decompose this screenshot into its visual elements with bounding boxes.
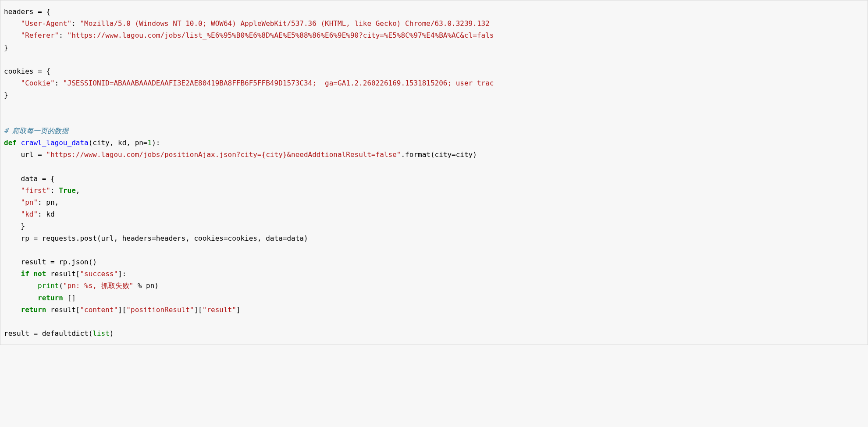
function-name-crawl-lagou-data: crawl_lagou_data	[17, 139, 89, 147]
builtin-print: print	[38, 281, 59, 290]
equals: =	[38, 150, 46, 159]
keyword-return: return	[38, 294, 63, 302]
dict-key-first: "first"	[21, 186, 50, 195]
brace-close: }	[4, 43, 8, 52]
string-url-template: "https://www.lagou.com/jobs/positionAjax…	[46, 150, 401, 159]
identifier-cookies: cookies	[4, 67, 33, 75]
colon: :	[59, 31, 67, 39]
keyword-not: not	[33, 270, 46, 278]
keyword-return: return	[21, 306, 46, 314]
string-position-result: "positionResult"	[126, 306, 194, 314]
keyword-def: def	[4, 139, 17, 147]
default-arg-1: 1	[148, 139, 152, 147]
comma: ,	[76, 186, 80, 195]
data-dict-open: data = {	[4, 174, 55, 183]
builtin-list: list	[92, 329, 110, 338]
string-content: "content"	[80, 306, 118, 314]
dict-val-kd: : kd	[38, 210, 55, 218]
string-result: "result"	[203, 306, 236, 314]
dict-val-user-agent: "Mozilla/5.0 (Windows NT 10.0; WOW64) Ap…	[80, 19, 494, 28]
subscript-between: ][	[194, 306, 202, 314]
percent-pn-close: % pn)	[133, 281, 159, 290]
dict-val-pn: : pn,	[38, 198, 59, 206]
subscript-close: ]	[236, 306, 241, 314]
assign-brace-open: = {	[33, 67, 50, 75]
colon: :	[71, 19, 80, 28]
result-defaultdict-open: result = defaultdict(	[4, 329, 92, 338]
code-block: headers = { "User-Agent": "Mozilla/5.0 (…	[0, 0, 868, 345]
requests-post-call: rp = requests.post(url, headers=headers,…	[4, 234, 308, 242]
empty-list: []	[63, 294, 76, 302]
dict-val-cookie: "JSESSIONID=ABAAABAAADEAAFI3E2AE80419BA8…	[63, 79, 494, 87]
dict-val-referer: "https://www.lagou.com/jobs/list_%E6%95%…	[68, 31, 494, 39]
subscript-open: result[	[46, 306, 80, 314]
identifier-url: url	[4, 150, 38, 159]
params-open: (city, kd, pn=	[89, 139, 148, 147]
dict-key-cookie: "Cookie"	[21, 79, 55, 87]
assign-brace-open: = {	[33, 7, 50, 16]
keyword-if: if	[21, 270, 29, 278]
params-close: ):	[152, 139, 160, 147]
literal-true: True	[59, 186, 76, 195]
identifier-headers: headers	[4, 7, 33, 16]
string-success: "success"	[80, 270, 118, 278]
string-crawl-failed: "pn: %s, 抓取失败"	[63, 281, 133, 290]
paren-open: (	[59, 281, 63, 290]
paren-close: )	[110, 329, 114, 338]
python-source: headers = { "User-Agent": "Mozilla/5.0 (…	[4, 6, 864, 339]
subscript-between: ][	[118, 306, 126, 314]
brace-close: }	[4, 91, 8, 99]
comment-crawl-each-page: # 爬取每一页的数据	[4, 127, 68, 135]
dict-key-kd: "kd"	[21, 210, 38, 218]
colon: :	[55, 79, 63, 87]
dict-key-referer: "Referer"	[21, 31, 59, 39]
dict-key-pn: "pn"	[21, 198, 38, 206]
subscript-open: result[	[46, 270, 80, 278]
colon: :	[50, 186, 59, 195]
result-json-call: result = rp.json()	[4, 258, 97, 266]
subscript-close-colon: ]:	[118, 270, 126, 278]
dict-key-user-agent: "User-Agent"	[21, 19, 72, 28]
data-dict-close: }	[4, 222, 25, 230]
format-call: .format(city=city)	[401, 150, 477, 159]
